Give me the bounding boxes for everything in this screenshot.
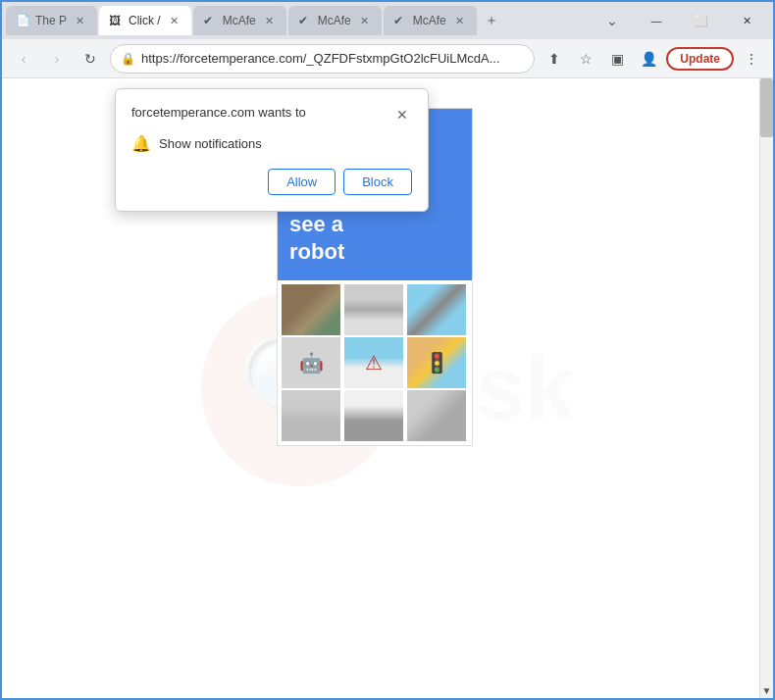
forward-button[interactable]: › — [43, 45, 71, 73]
tab-dropdown-button[interactable]: ⌄ — [600, 11, 624, 30]
popup-close-button[interactable]: ✕ — [392, 105, 412, 125]
captcha-cell-7[interactable] — [282, 390, 340, 441]
allow-button[interactable]: Allow — [268, 169, 336, 195]
tab-controls: ⌄ — [600, 11, 624, 30]
restore-button[interactable]: ⬜ — [679, 6, 724, 35]
reload-button[interactable]: ↻ — [77, 45, 104, 73]
tab-1-close[interactable]: ✕ — [73, 14, 87, 28]
tab-4-label: McAfe — [318, 14, 351, 27]
address-text: https://forcetemperance.com/_QZFDFstxmpG… — [141, 51, 524, 66]
tab-5-close[interactable]: ✕ — [452, 14, 467, 28]
new-tab-button[interactable]: ＋ — [479, 10, 504, 31]
captcha-cell-8[interactable] — [344, 390, 403, 441]
captcha-cell-6[interactable]: 🚦 — [407, 337, 466, 388]
update-button[interactable]: Update — [666, 47, 734, 71]
window-controls: — ⬜ ✕ — [634, 6, 769, 35]
tab-5-favicon: ✔ — [393, 14, 407, 27]
close-button[interactable]: ✕ — [724, 6, 769, 35]
menu-icon[interactable]: ⋮ — [738, 45, 765, 73]
tab-2[interactable]: 🖼 Click / ✕ — [99, 6, 191, 35]
popup-title: forcetemperance.com wants to — [131, 105, 306, 120]
tab-3-favicon: ✔ — [203, 14, 217, 27]
captcha-cell-2[interactable] — [344, 284, 403, 335]
tab-2-close[interactable]: ✕ — [167, 14, 181, 28]
browser-frame: 📄 The P ✕ 🖼 Click / ✕ ✔ McAfe ✕ ✔ McAfe … — [0, 0, 775, 700]
notification-popup: forcetemperance.com wants to ✕ 🔔 Show no… — [115, 88, 429, 212]
tab-4[interactable]: ✔ McAfe ✕ — [288, 6, 382, 35]
captcha-cell-9[interactable] — [407, 390, 466, 441]
scrollbar[interactable]: ▲ ▼ — [759, 78, 773, 698]
tab-5-label: McAfe — [413, 14, 446, 27]
nav-bar: ‹ › ↻ 🔒 https://forcetemperance.com/_QZF… — [2, 39, 773, 78]
bell-icon: 🔔 — [131, 134, 151, 153]
popup-notification-row: 🔔 Show notifications — [131, 134, 412, 153]
favorites-icon[interactable]: ☆ — [572, 45, 599, 73]
tab-1-favicon: 📄 — [16, 14, 29, 27]
tab-3-label: McAfe — [223, 14, 256, 27]
captcha-cell-3[interactable] — [407, 284, 466, 335]
scrollbar-thumb[interactable] — [760, 78, 773, 137]
nav-actions: ⬆ ☆ ▣ 👤 Update ⋮ — [541, 45, 765, 73]
share-icon[interactable]: ⬆ — [541, 45, 568, 73]
captcha-cell-5[interactable]: ⚠ — [344, 337, 403, 388]
collections-icon[interactable]: ▣ — [603, 45, 631, 73]
captcha-cell-4[interactable]: 🤖 — [282, 337, 340, 388]
scroll-down-arrow[interactable]: ▼ — [760, 682, 773, 698]
tab-3[interactable]: ✔ McAfe ✕ — [193, 6, 286, 35]
back-button[interactable]: ‹ — [10, 45, 37, 73]
address-bar[interactable]: 🔒 https://forcetemperance.com/_QZFDFstxm… — [110, 44, 535, 74]
page-area: 🔍 risk forcetemperance.com wants to ✕ 🔔 … — [2, 78, 773, 698]
minimize-button[interactable]: — — [634, 6, 679, 35]
captcha-grid: 🤖 ⚠ 🚦 — [278, 280, 472, 445]
lock-icon: 🔒 — [121, 52, 135, 66]
notification-text: Show notifications — [159, 136, 262, 151]
tab-2-favicon: 🖼 — [109, 14, 123, 27]
tab-1[interactable]: 📄 The P ✕ — [6, 6, 97, 35]
tab-1-label: The P — [35, 14, 67, 27]
tab-4-close[interactable]: ✕ — [357, 14, 372, 28]
captcha-cell-1[interactable] — [282, 284, 340, 335]
block-button[interactable]: Block — [343, 169, 412, 195]
tab-bar: 📄 The P ✕ 🖼 Click / ✕ ✔ McAfe ✕ ✔ McAfe … — [2, 2, 773, 39]
tab-4-favicon: ✔ — [298, 14, 312, 27]
profile-icon[interactable]: 👤 — [635, 45, 662, 73]
tab-5[interactable]: ✔ McAfe ✕ — [384, 6, 477, 35]
tab-2-label: Click / — [129, 14, 161, 27]
tab-3-close[interactable]: ✕ — [262, 14, 277, 28]
popup-header: forcetemperance.com wants to ✕ — [131, 105, 412, 125]
popup-buttons: Allow Block — [131, 169, 412, 195]
